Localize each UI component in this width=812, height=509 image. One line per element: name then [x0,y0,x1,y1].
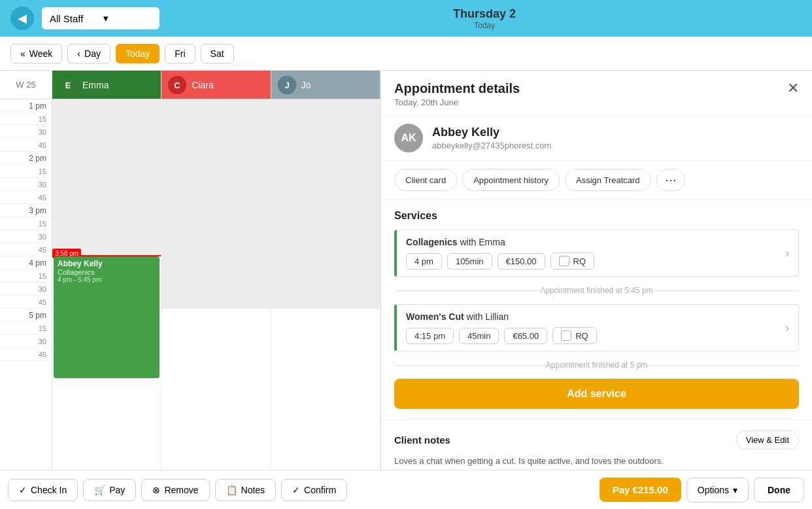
service-chevron-1[interactable]: › [785,321,789,335]
client-avatar: AK [394,124,423,152]
service-name-0: Collagenics with Emma [406,237,779,247]
fri-button[interactable]: Fri [165,44,195,63]
staff-name-ciara: Ciara [192,80,213,90]
appt-client-name: Abbey Kelly [58,259,156,268]
service-name-1: Women's Cut with Lillian [406,311,779,322]
options-button[interactable]: Options ▾ [686,478,749,502]
date-display: Thursday 2 [167,7,802,21]
back-button[interactable]: ◀ [10,7,34,30]
week-label: W 25 [0,71,52,99]
service-price-1[interactable]: €65.00 [504,328,547,344]
service-time-1[interactable]: 4:15 pm [406,328,454,344]
service-divider-1: Appointment finished at 5 pm [394,357,799,374]
client-notes-section: Client notes View & Edit Loves a chat wh… [381,419,812,470]
ciara-shaded-1 [161,99,270,152]
service-rq-1[interactable]: RQ [552,327,597,344]
time-245: 45 [0,191,52,204]
time-130: 30 [0,126,52,139]
time-column: 1 pm 15 30 45 2 pm 15 30 45 3 pm 15 30 4… [0,99,52,470]
pay-button-bottom[interactable]: 🛒 Pay [83,479,136,501]
time-315: 15 [0,217,52,230]
notes-icon: 📋 [226,485,237,495]
service-duration-0[interactable]: 105min [447,253,492,270]
ciara-shaded-2 [161,152,270,204]
done-button[interactable]: Done [754,478,804,502]
action-buttons: Client card Appointment history Assign T… [381,161,812,200]
notes-button[interactable]: 📋 Notes [215,479,277,501]
service-divider-0: Appointment finished at 5:45 pm [394,282,799,299]
close-button[interactable]: ✕ [787,81,799,96]
time-2pm: 2 pm [0,152,52,165]
service-price-0[interactable]: €150.00 [498,253,545,270]
checkin-icon: ✓ [19,485,27,495]
ciara-shaded-4 [161,256,270,309]
service-card-1-inner: Women's Cut with Lillian 4:15 pm 45min €… [397,305,798,351]
jo-shaded-2 [271,152,380,204]
staff-header-ciara: C Ciara [161,71,271,99]
staff-name-emma: Emma [82,80,109,90]
more-options-button[interactable]: ⋯ [656,169,685,191]
week-button[interactable]: « Week [10,44,62,63]
pay-amount-button[interactable]: Pay €215.00 [600,478,681,502]
jo-shaded-1 [271,99,380,152]
time-3pm: 3 pm [0,204,52,217]
svg-text:C: C [175,80,181,90]
staff-header-emma: E Emma [52,71,161,99]
service-name-rest-1: with Lillian [464,311,509,322]
assign-treatcard-button[interactable]: Assign Treatcard [565,169,651,191]
time-4pm: 4 pm [0,256,52,270]
service-time-0[interactable]: 4 pm [406,253,442,270]
client-card-button[interactable]: Client card [394,169,457,191]
view-edit-button[interactable]: View & Edit [736,430,799,449]
jo-shaded-3 [271,204,380,256]
staff-header-jo: J Jo [271,71,381,99]
service-chevron-0[interactable]: › [785,247,789,260]
calendar-body: 1 pm 15 30 45 2 pm 15 30 45 3 pm 15 30 4… [0,99,381,470]
service-duration-1[interactable]: 45min [459,328,499,344]
options-label: Options [698,485,729,495]
jo-shaded-4 [271,256,380,309]
checkin-button[interactable]: ✓ Check In [8,479,78,501]
add-service-button[interactable]: Add service [394,379,799,409]
service-left-0: Collagenics with Emma 4 pm 105min €150.0… [406,237,779,270]
avatar-ciara: C [168,76,186,94]
confirm-button[interactable]: ✓ Confirm [281,479,347,501]
time-415: 15 [0,270,52,283]
staff-col-ciara [161,99,271,470]
date-sub: Today [167,21,802,30]
time-330: 30 [0,230,52,243]
sat-label: Sat [211,48,224,59]
appointment-block-emma[interactable]: Abbey Kelly Collagenics 4 pm - 5:45 pm [54,256,160,378]
back-icon: ◀ [18,11,27,26]
time-545: 45 [0,348,52,361]
ciara-shaded-3 [161,204,270,256]
staff-selector[interactable]: All Staff ▾ [42,7,160,29]
service-rq-0[interactable]: RQ [550,253,595,270]
panel-header-text: Appointment details Today, 20th June [394,81,520,107]
time-5pm: 5 pm [0,309,52,322]
fri-label: Fri [175,48,185,59]
appt-time-range: 4 pm - 5:45 pm [58,276,156,283]
service-card-1: Women's Cut with Lillian 4:15 pm 45min €… [394,304,799,351]
calendar-panel: W 25 E Emma C Ciara J Jo [0,71,381,470]
main-content: W 25 E Emma C Ciara J Jo [0,71,812,470]
rq-checkbox-0[interactable] [559,256,569,266]
appointment-details-panel: Appointment details Today, 20th June ✕ A… [381,71,812,470]
staff-col-jo [271,99,381,470]
notes-text: Loves a chat when getting a cut. Is quit… [394,455,799,468]
today-button[interactable]: Today [116,44,160,63]
day-button[interactable]: ‹ Day [67,44,110,63]
sat-button[interactable]: Sat [201,44,234,63]
shaded-1pm [52,99,161,152]
notes-header: Client notes View & Edit [394,430,799,449]
rq-checkbox-1[interactable] [561,330,571,341]
services-section: Services Collagenics with Emma 4 pm 105m… [381,200,812,419]
time-1pm: 1 pm [0,99,52,113]
day-arrow-icon: ‹ [77,48,80,59]
time-430: 30 [0,283,52,296]
bottom-bar: ✓ Check In 🛒 Pay ⊗ Remove 📋 Notes ✓ Conf… [0,470,812,509]
week-label: Week [29,48,53,59]
time-215: 15 [0,165,52,178]
remove-button[interactable]: ⊗ Remove [141,479,209,501]
appointment-history-button[interactable]: Appointment history [462,169,560,191]
